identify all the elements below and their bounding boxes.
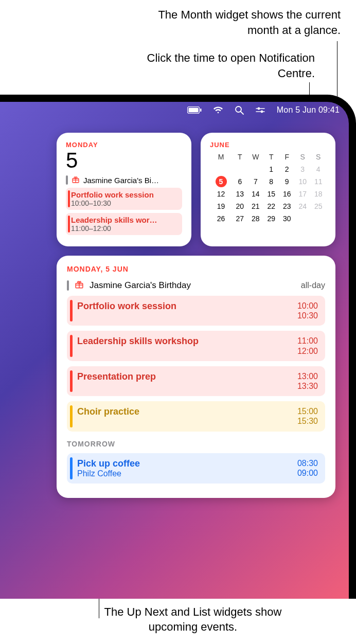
event-times: 15:0015:30 [297, 406, 318, 426]
weekday-header: S [295, 153, 310, 163]
month-day [310, 212, 326, 225]
month-grid: MTWTFSS 12345678910111213141516171819202… [210, 153, 326, 225]
upnext-birthday-title: Jasmine Garcia's Bi… [83, 176, 182, 185]
list-event: Choir practice15:0015:30 [67, 401, 325, 431]
month-day: 23 [279, 200, 295, 212]
svg-point-3 [236, 106, 241, 112]
weekday-header: T [263, 153, 279, 163]
upnext-event: Leadership skills wor…11:00–12:00 [66, 213, 182, 235]
month-day: 4 [310, 163, 326, 175]
event-color-bar [68, 216, 70, 232]
event-color-bar [66, 175, 68, 185]
weekday-header: M [210, 153, 232, 163]
gift-icon [72, 176, 79, 185]
event-title: Presentation prep [74, 371, 297, 391]
event-title: Choir practice [74, 406, 297, 426]
event-time: 11:00–12:00 [71, 224, 178, 232]
month-title: June [210, 141, 326, 149]
upnext-birthday-row: Jasmine Garcia's Bi… [66, 175, 182, 185]
event-color-bar [70, 300, 73, 321]
month-day: 13 [232, 188, 247, 200]
month-day: 8 [263, 175, 279, 188]
upnext-event: Portfolio work session10:00–10:30 [66, 188, 182, 210]
month-day: 18 [310, 188, 326, 200]
event-subtitle: Philz Coffee [74, 469, 297, 478]
month-day: 2 [279, 163, 295, 175]
upnext-day-number: 5 [66, 150, 182, 171]
event-times: 10:0010:30 [297, 301, 318, 320]
month-day: 1 [263, 163, 279, 175]
month-day: 24 [295, 200, 310, 212]
month-day: 25 [310, 200, 326, 212]
callout-month: The Month widget shows the current month… [135, 7, 341, 38]
list-event: Pick up coffeePhilz Coffee08:3009:00 [67, 453, 325, 484]
svg-point-6 [257, 108, 260, 110]
month-day: 28 [248, 212, 263, 225]
list-event: Presentation prep13:0013:30 [67, 366, 325, 396]
month-day [232, 163, 247, 175]
menubar-clock[interactable]: Mon 5 Jun 09:41 [277, 105, 340, 115]
svg-rect-2 [200, 109, 202, 112]
month-day: 15 [263, 188, 279, 200]
event-times: 08:3009:00 [297, 458, 318, 478]
month-day: 6 [232, 175, 247, 188]
event-title: Leadership skills workshop [74, 336, 297, 355]
callout-time: Click the time to open Notification Cent… [135, 50, 315, 81]
list-birthday-time: all-day [301, 281, 325, 290]
month-day [248, 163, 263, 175]
month-day: 16 [279, 188, 295, 200]
month-day: 27 [232, 212, 247, 225]
upnext-widget[interactable]: Monday 5 Jasmine Garcia's Bi… Portfolio … [57, 133, 191, 246]
month-day: 29 [263, 212, 279, 225]
month-widget[interactable]: June MTWTFSS 123456789101112131415161718… [201, 133, 335, 246]
month-day: 5 [210, 175, 232, 188]
event-color-bar [70, 370, 73, 392]
list-tomorrow-heading: Tomorrow [67, 440, 325, 448]
callout-list: The Up Next and List widgets show upcomi… [90, 604, 296, 635]
gift-icon [75, 280, 83, 291]
event-title: Pick up coffee [74, 458, 297, 469]
event-color-bar [67, 280, 69, 291]
search-icon[interactable] [235, 105, 244, 115]
month-day: 21 [248, 200, 263, 212]
list-event: Leadership skills workshop11:0012:00 [67, 331, 325, 361]
month-day: 17 [295, 188, 310, 200]
month-day: 26 [210, 212, 232, 225]
svg-line-4 [241, 112, 243, 114]
month-day: 10 [295, 175, 310, 188]
event-title: Portfolio work session [71, 190, 178, 199]
month-day: 20 [232, 200, 247, 212]
month-day: 12 [210, 188, 232, 200]
month-day: 7 [248, 175, 263, 188]
list-widget[interactable]: Monday, 5 Jun Jasmine Garcia's Birthday … [57, 256, 335, 498]
upnext-day-of-week: Monday [66, 141, 182, 149]
device-frame: Mon 5 Jun 09:41 Monday 5 Jasmine Garcia'… [0, 95, 356, 599]
month-day: 11 [310, 175, 326, 188]
month-day: 3 [295, 163, 310, 175]
wifi-icon[interactable] [213, 106, 223, 114]
weekday-header: F [279, 153, 295, 163]
weekday-header: S [310, 153, 326, 163]
event-times: 11:0012:00 [297, 336, 318, 355]
event-time: 10:00–10:30 [71, 199, 178, 207]
list-event: Portfolio work session10:0010:30 [67, 296, 325, 326]
list-heading: Monday, 5 Jun [67, 265, 325, 273]
svg-rect-1 [188, 108, 198, 113]
month-day [295, 212, 310, 225]
month-day: 22 [263, 200, 279, 212]
list-birthday-row: Jasmine Garcia's Birthday all-day [67, 279, 325, 296]
list-birthday-title: Jasmine Garcia's Birthday [90, 280, 295, 291]
month-day: 30 [279, 212, 295, 225]
weekday-header: T [232, 153, 247, 163]
month-day: 14 [248, 188, 263, 200]
month-day [210, 163, 232, 175]
event-title: Portfolio work session [74, 301, 297, 320]
battery-icon[interactable] [187, 106, 202, 114]
menubar: Mon 5 Jun 09:41 [0, 102, 349, 118]
event-color-bar [70, 335, 73, 356]
control-centre-icon[interactable] [255, 106, 265, 114]
event-color-bar [70, 405, 73, 427]
month-day: 19 [210, 200, 232, 212]
event-color-bar [68, 190, 70, 207]
month-day: 9 [279, 175, 295, 188]
